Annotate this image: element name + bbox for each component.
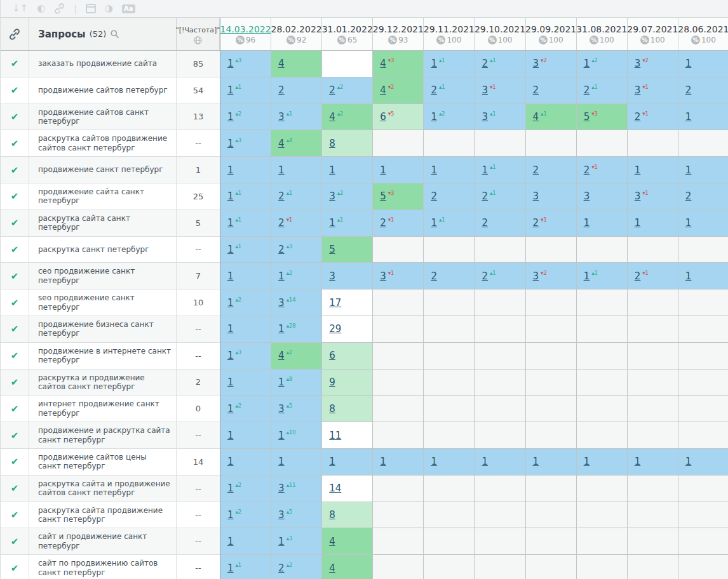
position-cell[interactable]: 1 [220,316,271,343]
position-link[interactable]: 4 [533,111,539,123]
position-link[interactable]: 2 [685,190,692,202]
query-text[interactable]: продвижение сайтов петербург [29,77,177,103]
date-link[interactable]: 28.06.2021 [678,24,728,34]
position-cell[interactable]: 1▴1 [577,263,628,290]
position-cell[interactable]: 8 [322,502,373,529]
position-link[interactable]: 3 [482,84,488,96]
position-cell[interactable]: 4▴2 [271,343,322,369]
position-link[interactable]: 1 [227,536,234,547]
position-link[interactable]: 1 [278,270,285,282]
position-link[interactable]: 4 [278,138,285,149]
position-cell[interactable]: 3 [526,183,577,210]
row-check-toggle[interactable]: ✔ [1,263,29,289]
date-link[interactable]: 31.08.2021 [576,24,627,34]
position-cell[interactable]: 1 [322,449,373,476]
position-cell[interactable]: 6▾5 [373,104,424,131]
position-link[interactable]: 1 [278,430,285,441]
row-check-toggle[interactable]: ✔ [1,51,29,77]
position-link[interactable]: 1 [431,111,437,123]
position-link[interactable]: 1 [227,509,234,521]
position-cell[interactable]: 1▴2 [271,263,322,290]
query-text[interactable]: продвижение сайтов цены санкт петербург [29,449,177,475]
row-check-toggle[interactable]: ✔ [1,555,29,579]
position-cell[interactable]: 2 [678,77,728,104]
query-text[interactable]: сео продвижение санкт петербург [29,263,177,289]
position-cell[interactable]: 3▾2 [526,51,577,77]
position-link[interactable]: 4 [329,111,335,123]
position-link[interactable]: 2 [278,84,285,96]
position-link[interactable]: 3 [533,58,539,69]
position-link[interactable]: 1 [227,376,234,388]
query-text[interactable]: раскрутка сайтов продвижение сайтов санк… [29,130,177,156]
position-link[interactable]: 3 [380,270,386,282]
row-check-toggle[interactable]: ✔ [1,422,29,448]
position-cell[interactable]: 2 [475,210,525,237]
position-cell[interactable]: 1▴2 [220,104,271,131]
query-text[interactable]: раскрутка сайта санкт петербург [29,210,177,236]
position-cell[interactable]: 2▾1 [577,157,628,183]
position-cell[interactable]: 1 [577,210,628,237]
position-link[interactable]: 1 [227,403,234,415]
position-cell[interactable]: 1 [220,369,271,396]
position-cell[interactable]: 1▴10 [271,422,322,449]
query-text[interactable]: раскрутка санкт петербург [29,237,177,263]
position-cell[interactable]: 4▴4 [271,130,322,157]
position-cell[interactable]: 2▴2 [322,77,373,104]
card-icon[interactable] [86,4,96,13]
position-cell[interactable]: 3▴1 [475,104,525,131]
position-link[interactable]: 2 [431,84,437,96]
position-link[interactable]: 1 [380,456,386,467]
position-link[interactable]: 1 [482,456,488,467]
position-link[interactable]: 2 [584,164,590,176]
position-link[interactable]: 4 [380,84,386,96]
position-cell[interactable]: 1 [220,422,271,449]
row-check-toggle[interactable]: ✔ [1,210,29,236]
position-link[interactable]: 2 [380,217,386,229]
position-link[interactable]: 1 [227,482,234,494]
position-link[interactable]: 2 [635,111,641,123]
position-cell[interactable]: 2▴1 [271,183,322,210]
position-link[interactable]: 1 [227,297,234,309]
position-link[interactable]: 1 [227,84,234,96]
date-link[interactable]: 28.02.2022 [271,24,322,34]
position-cell[interactable]: 2▾1 [271,210,322,237]
position-link[interactable]: 9 [329,376,335,388]
position-link[interactable]: 1 [227,270,234,282]
position-cell[interactable]: 3 [322,263,373,290]
position-cell[interactable]: 4 [322,528,373,555]
position-cell[interactable]: 2 [424,263,475,290]
position-link[interactable]: 1 [685,58,692,69]
query-text[interactable]: продвижение в интернете санкт петербург [29,343,177,369]
position-cell[interactable]: 3▾1 [628,183,678,210]
position-link[interactable]: 1 [227,562,234,574]
position-cell[interactable]: 2▾1 [628,263,678,290]
query-text[interactable]: продвижение сайтов санкт петербург [29,104,177,130]
query-text[interactable]: продвижение бизнеса санкт петербург [29,316,177,342]
position-link[interactable]: 1 [431,164,437,176]
position-cell[interactable]: 3▾1 [373,263,424,290]
position-cell[interactable]: 1 [577,449,628,476]
position-link[interactable]: 3 [278,482,285,494]
position-cell[interactable]: 2▴3 [271,237,322,263]
date-link[interactable]: 31.01.2022 [322,24,373,34]
position-cell[interactable]: 1 [424,157,475,183]
query-text[interactable]: seo продвижение санкт петербург [29,290,177,316]
position-link[interactable]: 1 [380,164,386,176]
position-link[interactable]: 1 [227,323,234,335]
position-cell[interactable]: 1▴28 [271,316,322,343]
position-link[interactable]: 3 [482,111,488,123]
position-link[interactable]: 4 [380,58,386,69]
position-link[interactable]: 2 [278,217,285,229]
position-cell[interactable]: 1 [220,263,271,290]
position-cell[interactable]: 3▴5 [271,396,322,422]
position-link[interactable]: 1 [685,217,692,229]
query-text[interactable]: сайт по продвижению сайтов санкт петербу… [29,555,177,579]
position-link[interactable]: 2 [482,270,488,282]
position-link[interactable]: 3 [329,190,335,202]
position-cell[interactable]: 9 [322,369,373,396]
position-cell[interactable]: 3 [577,183,628,210]
position-link[interactable]: 2 [533,164,539,176]
position-link[interactable]: 14 [329,482,341,494]
row-check-toggle[interactable]: ✔ [1,396,29,422]
position-cell[interactable]: 1▴3 [271,528,322,555]
